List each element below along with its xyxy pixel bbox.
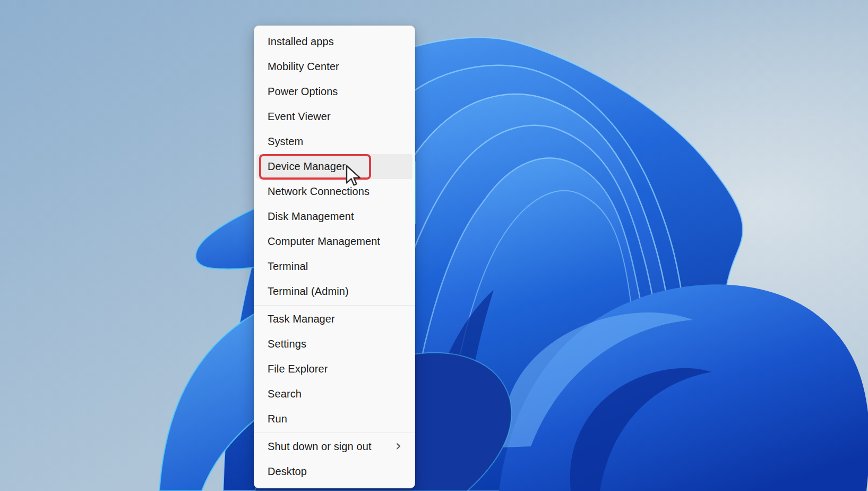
- menu-item-label: System: [268, 136, 303, 148]
- menu-item-label: Network Connections: [268, 185, 369, 198]
- menu-item-run[interactable]: Run: [256, 407, 412, 431]
- menu-item-label: Settings: [268, 338, 306, 350]
- menu-item-label: Terminal: [268, 260, 308, 273]
- menu-item-task-manager[interactable]: Task Manager: [256, 307, 412, 332]
- menu-item-power-options[interactable]: Power Options: [256, 79, 412, 104]
- menu-item-computer-management[interactable]: Computer Management: [256, 229, 412, 254]
- menu-item-desktop[interactable]: Desktop: [256, 459, 412, 484]
- menu-separator: [254, 433, 415, 433]
- winx-menu-list: Installed appsMobility CenterPower Optio…: [254, 29, 415, 484]
- menu-item-network-connections[interactable]: Network Connections: [256, 179, 412, 204]
- menu-item-label: Desktop: [268, 465, 307, 478]
- menu-item-label: Installed apps: [268, 36, 334, 48]
- menu-item-label: Search: [268, 388, 302, 400]
- menu-item-shut-down-or-sign-out[interactable]: Shut down or sign out›: [256, 434, 412, 459]
- menu-item-label: File Explorer: [268, 363, 328, 375]
- menu-item-event-viewer[interactable]: Event Viewer: [256, 104, 412, 129]
- menu-item-label: Device Manager: [268, 160, 346, 173]
- menu-separator: [254, 305, 415, 306]
- wallpaper-windows-bloom: [0, 0, 868, 491]
- menu-item-label: Run: [268, 413, 287, 425]
- menu-item-label: Shut down or sign out: [268, 441, 372, 453]
- menu-item-terminal-admin[interactable]: Terminal (Admin): [256, 279, 412, 304]
- menu-item-label: Terminal (Admin): [268, 285, 349, 298]
- submenu-chevron-right-icon: ›: [396, 438, 401, 453]
- winx-context-menu: Installed appsMobility CenterPower Optio…: [254, 26, 415, 488]
- menu-item-label: Power Options: [268, 86, 338, 98]
- menu-item-label: Computer Management: [268, 235, 380, 248]
- menu-item-label: Event Viewer: [268, 111, 331, 123]
- menu-item-device-manager[interactable]: Device Manager: [256, 154, 412, 179]
- menu-item-disk-management[interactable]: Disk Management: [256, 204, 412, 229]
- menu-item-file-explorer[interactable]: File Explorer: [256, 357, 412, 382]
- menu-item-installed-apps[interactable]: Installed apps: [256, 29, 412, 54]
- menu-item-label: Disk Management: [268, 210, 354, 223]
- menu-item-label: Mobility Center: [268, 61, 339, 73]
- menu-item-terminal[interactable]: Terminal: [256, 254, 412, 279]
- menu-item-settings[interactable]: Settings: [256, 332, 412, 357]
- menu-item-system[interactable]: System: [256, 129, 412, 154]
- menu-item-label: Task Manager: [268, 313, 335, 325]
- menu-item-search[interactable]: Search: [256, 382, 412, 407]
- menu-item-mobility-center[interactable]: Mobility Center: [256, 54, 412, 79]
